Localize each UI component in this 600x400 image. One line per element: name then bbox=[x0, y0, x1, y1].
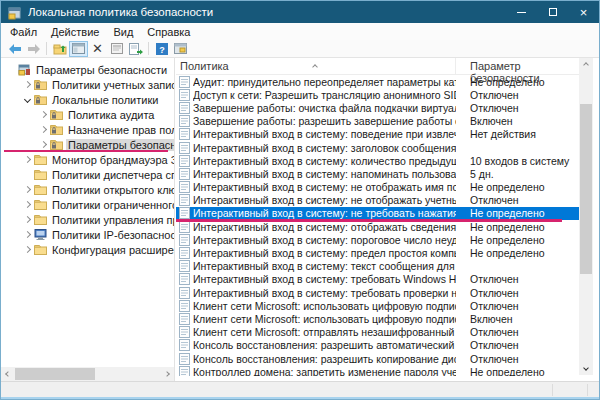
tree-item[interactable]: Конфигурация расширенной полит bbox=[1, 242, 174, 257]
chevron-down-icon[interactable] bbox=[21, 97, 34, 102]
chevron-right-icon[interactable] bbox=[21, 217, 34, 222]
chevron-right-icon[interactable] bbox=[37, 142, 50, 147]
window-border bbox=[1, 397, 599, 399]
chevron-right-icon[interactable] bbox=[21, 82, 34, 87]
policy-row[interactable]: Интерактивный вход в систему: не отображ… bbox=[176, 194, 579, 207]
tree-item[interactable]: Политики IP-безопасности на "Лок bbox=[1, 227, 174, 242]
policy-doc-icon bbox=[179, 326, 193, 338]
scrollbar-thumb[interactable] bbox=[580, 104, 592, 274]
policy-row[interactable]: Клиент сети Microsoft: отправлять незаши… bbox=[176, 326, 579, 339]
folder-lock-icon bbox=[34, 94, 50, 105]
tree-item[interactable]: Политики ограниченного использо bbox=[1, 197, 174, 212]
policy-row[interactable]: Доступ к сети: Разрешить трансляцию анон… bbox=[176, 88, 579, 101]
menu-bar: Файл Действие Вид Справка bbox=[1, 23, 599, 40]
up-one-level-icon[interactable] bbox=[50, 41, 69, 57]
policy-row[interactable]: Интерактивный вход в систему: требовать … bbox=[176, 273, 579, 286]
menu-help[interactable]: Справка bbox=[140, 26, 197, 38]
folder-icon bbox=[34, 154, 50, 165]
tree-item-label: Параметры безопасности bbox=[34, 64, 169, 76]
scroll-left-icon[interactable] bbox=[1, 367, 15, 381]
export-list-icon[interactable] bbox=[126, 41, 145, 57]
policy-doc-icon bbox=[179, 287, 193, 299]
tree-item[interactable]: Политики диспетчера списка сетей bbox=[1, 167, 174, 182]
tree-item[interactable]: Назначение прав пользователя bbox=[1, 122, 174, 137]
chevron-right-icon[interactable] bbox=[21, 157, 34, 162]
policy-row[interactable]: Клиент сети Microsoft: использовать цифр… bbox=[176, 299, 579, 312]
properties-icon[interactable] bbox=[107, 41, 126, 57]
scrollbar-thumb[interactable] bbox=[15, 368, 95, 380]
scroll-right-icon[interactable] bbox=[160, 367, 174, 381]
policy-row[interactable]: Интерактивный вход в систему: пороговое … bbox=[176, 233, 579, 246]
menu-view[interactable]: Вид bbox=[106, 26, 140, 38]
security-setting-value: Не определено bbox=[456, 181, 579, 193]
tree-item[interactable]: Параметры безопасности bbox=[1, 62, 174, 77]
minimize-button[interactable] bbox=[506, 1, 537, 23]
tree-item[interactable]: Локальные политики bbox=[1, 92, 174, 107]
policy-doc-icon bbox=[179, 194, 193, 206]
policy-name: Завершение работы: разрешить завершение … bbox=[193, 115, 456, 127]
list-vertical-scrollbar[interactable] bbox=[579, 58, 593, 375]
chevron-right-icon[interactable] bbox=[37, 127, 50, 132]
maximize-button[interactable] bbox=[537, 1, 568, 23]
tree-item[interactable]: Политики открытого ключа bbox=[1, 182, 174, 197]
policy-cell: Интерактивный вход в систему: не требова… bbox=[176, 207, 456, 219]
policy-doc-icon bbox=[179, 300, 193, 312]
scroll-up-icon[interactable] bbox=[579, 58, 593, 72]
policy-cell: Клиент сети Microsoft: использовать цифр… bbox=[176, 300, 456, 312]
chevron-right-icon[interactable] bbox=[21, 202, 34, 207]
policy-row[interactable]: Интерактивный вход в систему: напоминать… bbox=[176, 167, 579, 180]
show-console-tree-icon[interactable] bbox=[69, 41, 88, 57]
folder-icon bbox=[34, 244, 50, 255]
tree-item[interactable]: Параметры безопасности bbox=[1, 137, 174, 152]
policy-row[interactable]: Интерактивный вход в систему: не отображ… bbox=[176, 181, 579, 194]
policy-cell: Завершение работы: очистка файла подкачк… bbox=[176, 102, 456, 114]
new-window-icon[interactable] bbox=[171, 41, 190, 57]
tree-item[interactable]: Монитор брандмауэра Защитника W bbox=[1, 152, 174, 167]
policy-row[interactable]: Консоль восстановления: разрешить автома… bbox=[176, 339, 579, 352]
folder-lock-icon bbox=[50, 139, 66, 150]
policy-row[interactable]: Завершение работы: очистка файла подкачк… bbox=[176, 101, 579, 114]
policy-name: Клиент сети Microsoft: отправлять незаши… bbox=[193, 326, 456, 338]
policy-row[interactable]: Интерактивный вход в систему: текст сооб… bbox=[176, 260, 579, 273]
tree-horizontal-scrollbar[interactable] bbox=[1, 367, 174, 381]
close-button[interactable]: × bbox=[568, 1, 599, 23]
chevron-right-icon[interactable] bbox=[21, 247, 34, 252]
menu-action[interactable]: Действие bbox=[44, 26, 106, 38]
security-setting-value: Не определено bbox=[456, 366, 579, 376]
tree-item[interactable]: Политика аудита bbox=[1, 107, 174, 122]
policy-row[interactable]: Завершение работы: разрешить завершение … bbox=[176, 115, 579, 128]
chevron-right-icon[interactable] bbox=[37, 112, 50, 117]
folder-lock-icon bbox=[34, 79, 50, 90]
chevron-right-icon[interactable] bbox=[21, 232, 34, 237]
policy-row[interactable]: Контроллер домена: запретить изменение п… bbox=[176, 365, 579, 376]
policy-doc-icon bbox=[179, 353, 193, 365]
policy-row[interactable]: Клиент сети Microsoft: использовать цифр… bbox=[176, 312, 579, 325]
policy-name: Интерактивный вход в систему: текст сооб… bbox=[193, 260, 456, 272]
delete-icon[interactable]: ✕ bbox=[88, 41, 107, 57]
scroll-down-icon[interactable] bbox=[579, 361, 593, 375]
policy-row[interactable]: Интерактивный вход в систему: количество… bbox=[176, 154, 579, 167]
policy-row[interactable]: Интерактивный вход в систему: поведение … bbox=[176, 128, 579, 141]
chevron-right-icon[interactable] bbox=[21, 187, 34, 192]
policy-row[interactable]: Интерактивный вход в систему: заголовок … bbox=[176, 141, 579, 154]
policy-row[interactable]: Интерактивный вход в систему: отображать… bbox=[176, 220, 579, 233]
policy-row[interactable]: Интерактивный вход в систему: предел про… bbox=[176, 246, 579, 259]
policy-name: Клиент сети Microsoft: использовать цифр… bbox=[193, 313, 456, 325]
policy-row[interactable]: Консоль восстановления: разрешить копиро… bbox=[176, 352, 579, 365]
policy-name: Интерактивный вход в систему: отображать… bbox=[193, 221, 456, 233]
policy-cell: Интерактивный вход в систему: отображать… bbox=[176, 221, 456, 233]
policy-row[interactable]: Интерактивный вход в систему: требовать … bbox=[176, 286, 579, 299]
help-icon[interactable]: ? bbox=[152, 41, 171, 57]
policy-doc-icon bbox=[179, 247, 193, 259]
forward-icon[interactable] bbox=[24, 41, 43, 57]
tree-item[interactable]: Политики учетных записей bbox=[1, 77, 174, 92]
toolbar: ✕? bbox=[1, 40, 599, 58]
policy-doc-icon bbox=[179, 102, 193, 114]
policy-row[interactable]: Интерактивный вход в систему: не требова… bbox=[176, 207, 579, 220]
column-header-security-setting[interactable]: Параметр безопасности bbox=[456, 58, 593, 74]
back-icon[interactable] bbox=[5, 41, 24, 57]
policy-row[interactable]: Аудит: принудительно переопределяет пара… bbox=[176, 75, 579, 88]
policy-name: Аудит: принудительно переопределяет пара… bbox=[193, 76, 456, 88]
tree-item[interactable]: Политики управления приложения bbox=[1, 212, 174, 227]
menu-file[interactable]: Файл bbox=[3, 26, 44, 38]
